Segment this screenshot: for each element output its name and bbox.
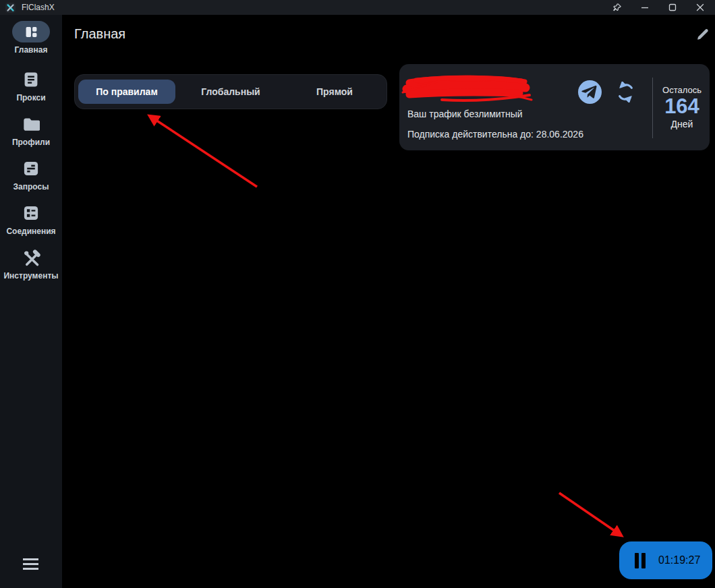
- traffic-text: Ваш трафик безлимитный: [407, 109, 523, 119]
- main-content: Главная По правилам Глобальный Прямой: [62, 15, 715, 588]
- sidebar-item-tools[interactable]: Инструменты: [0, 247, 62, 281]
- sidebar-item-proxies[interactable]: Прокси: [0, 69, 62, 102]
- sidebar-item-label: Инструменты: [3, 271, 58, 281]
- remaining-label: Осталось: [662, 85, 702, 95]
- requests-icon: [12, 158, 50, 179]
- timer-pause-button[interactable]: 01:19:27: [619, 541, 712, 579]
- app-logo-icon: [5, 3, 16, 13]
- sidebar-item-label: Запросы: [13, 182, 49, 192]
- telegram-icon[interactable]: [578, 80, 602, 104]
- mode-tabs: По правилам Глобальный Прямой: [74, 74, 387, 109]
- sidebar-item-label: Главная: [15, 45, 48, 55]
- sidebar-item-connections[interactable]: Соединения: [0, 202, 62, 236]
- page-title: Главная: [74, 26, 125, 42]
- sidebar-item-label: Прокси: [16, 93, 45, 102]
- folder-icon: [12, 113, 50, 135]
- sidebar-item-requests[interactable]: Запросы: [0, 158, 62, 192]
- sidebar-item-label: Профили: [12, 138, 50, 147]
- pin-icon[interactable]: [603, 0, 631, 15]
- remaining-value: 164: [664, 96, 699, 118]
- sidebar: Главная Прокси Профили: [0, 15, 62, 588]
- timer-value: 01:19:27: [658, 554, 700, 566]
- minimize-icon[interactable]: [631, 0, 658, 15]
- tab-global-mode[interactable]: Глобальный: [182, 80, 279, 104]
- maximize-icon[interactable]: [658, 0, 686, 15]
- tools-icon: [12, 247, 50, 268]
- card-divider: [652, 78, 653, 138]
- close-icon[interactable]: [686, 0, 714, 15]
- tab-rule-mode[interactable]: По правилам: [78, 80, 175, 104]
- pause-icon: [635, 553, 646, 568]
- window-controls: [603, 0, 714, 15]
- titlebar: FlClashX: [0, 0, 715, 15]
- remaining-unit: Дней: [671, 119, 693, 129]
- sidebar-item-label: Соединения: [6, 227, 55, 236]
- days-remaining: Осталось 164 Дней: [654, 64, 710, 150]
- hamburger-icon[interactable]: [23, 558, 38, 570]
- dashboard-icon: [12, 21, 50, 42]
- valid-until-text: Подписка действительна до: 28.06.2026: [407, 129, 583, 140]
- pencil-icon[interactable]: [693, 25, 711, 42]
- sync-icon[interactable]: [615, 82, 636, 102]
- app-title: FlClashX: [22, 3, 55, 12]
- redaction-scribble: [401, 72, 534, 103]
- proxy-list-icon: [12, 69, 50, 90]
- sidebar-item-profiles[interactable]: Профили: [0, 113, 62, 147]
- tab-direct-mode[interactable]: Прямой: [286, 80, 383, 104]
- connections-icon: [12, 202, 50, 224]
- subscription-card: Осталось 164 Дней Ваш трафик безлимитный…: [399, 64, 710, 150]
- sidebar-item-home[interactable]: Главная: [0, 21, 62, 55]
